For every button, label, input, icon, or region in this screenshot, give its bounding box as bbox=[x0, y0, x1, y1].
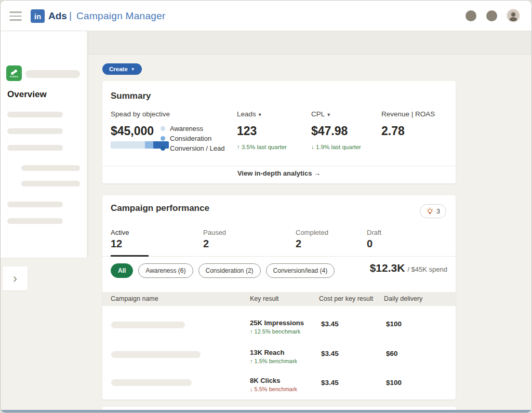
create-button[interactable]: Create ▼ bbox=[102, 63, 142, 75]
filter-all-button[interactable]: All bbox=[111, 263, 133, 278]
spend-value: $45,000 bbox=[111, 124, 154, 138]
person-silhouette-icon bbox=[508, 11, 518, 21]
cpl-label: CPL bbox=[311, 110, 325, 118]
summary-divider bbox=[102, 166, 456, 166]
summary-card: Summary Spead by objective $45,000 Aware… bbox=[102, 81, 456, 183]
tab-completed[interactable]: Completed 2 bbox=[296, 229, 328, 250]
main-top-strip bbox=[88, 31, 532, 55]
view-analytics-link[interactable]: View in-depth analytics → bbox=[102, 169, 456, 177]
cost-per-key-result-value: $3.45 bbox=[321, 320, 339, 328]
account-name-placeholder bbox=[25, 70, 80, 78]
hamburger-menu-icon[interactable] bbox=[9, 11, 22, 23]
insights-button[interactable]: 3 bbox=[420, 204, 446, 218]
create-button-label: Create bbox=[109, 66, 128, 72]
tab-draft-count: 0 bbox=[367, 238, 381, 250]
cpl-metric-dropdown[interactable]: CPL▼ bbox=[311, 110, 331, 118]
tab-paused[interactable]: Paused 2 bbox=[203, 229, 226, 250]
arrow-up-icon: ↑ bbox=[250, 328, 253, 335]
sidebar-item-placeholder bbox=[7, 128, 63, 134]
spend-current: $12.3K bbox=[370, 262, 405, 274]
benchmark-value: ↑ 12.5% benchmark bbox=[250, 328, 300, 335]
tab-completed-label: Completed bbox=[296, 229, 328, 236]
key-result-value: 8K Clicks bbox=[250, 377, 281, 384]
leads-delta-pct: 3.5% bbox=[242, 144, 255, 150]
col-daily-delivery: Daily delivery bbox=[384, 295, 422, 302]
cpl-delta-pct: 1.9% bbox=[316, 144, 329, 150]
active-tab-underline bbox=[111, 255, 149, 257]
filter-consideration-button[interactable]: Consideration (2) bbox=[198, 263, 261, 278]
header-action-icon[interactable] bbox=[486, 10, 497, 21]
linkedin-logo-icon[interactable]: in bbox=[31, 9, 45, 23]
cost-per-key-result-value: $3.45 bbox=[321, 379, 339, 387]
col-campaign-name: Campaign name bbox=[111, 295, 158, 302]
ads-brand-label: Ads bbox=[48, 10, 67, 22]
summary-title: Summary bbox=[111, 91, 151, 101]
lightbulb-icon bbox=[426, 207, 434, 216]
spend-by-objective-label: Spead by objective bbox=[111, 110, 170, 118]
window-bottom-accent bbox=[1, 410, 531, 412]
cpl-value: $47.98 bbox=[311, 124, 348, 138]
tab-completed-count: 2 bbox=[296, 238, 328, 250]
col-key-result: Key result bbox=[250, 295, 279, 302]
app-title: Campaign Manager bbox=[76, 10, 166, 22]
benchmark-text: 5.5% benchmark bbox=[255, 386, 298, 392]
table-header: Campaign name Key result Cost per key re… bbox=[102, 292, 456, 306]
tab-draft-label: Draft bbox=[367, 229, 381, 236]
tab-active-label: Active bbox=[111, 229, 129, 236]
spend-total: / $45K spend bbox=[407, 265, 447, 273]
legend-item-awareness: Awareness bbox=[161, 124, 225, 134]
benchmark-value: ↑ 1.5% benchmark bbox=[250, 358, 297, 364]
campaign-performance-title: Campaign performance bbox=[111, 203, 209, 214]
sidebar-expand-button[interactable]: › bbox=[3, 267, 28, 290]
legend-item-consideration: Consideration bbox=[161, 134, 225, 143]
leads-delta-note: last quarter bbox=[257, 144, 287, 150]
left-sidebar: PLERIS Overview bbox=[1, 31, 87, 258]
arrow-up-icon: ↑ bbox=[250, 358, 253, 364]
campaign-name-placeholder bbox=[111, 379, 192, 386]
tab-active-count: 12 bbox=[111, 238, 129, 250]
spend-legend: Awareness Consideration Conversion / Lea… bbox=[161, 124, 225, 153]
sidebar-subitem-placeholder bbox=[21, 165, 80, 171]
leads-value: 123 bbox=[237, 124, 257, 138]
user-avatar[interactable] bbox=[507, 9, 520, 22]
arrow-up-icon: ↑ bbox=[237, 144, 240, 150]
brand-separator: | bbox=[69, 10, 72, 21]
legend-label: Conversion / Lead bbox=[170, 144, 225, 152]
key-result-value: 25K Impressions bbox=[250, 319, 304, 327]
benchmark-text: 12.5% benchmark bbox=[255, 328, 301, 335]
pleris-logo[interactable]: PLERIS bbox=[6, 65, 22, 81]
tab-active[interactable]: Active 12 bbox=[111, 229, 129, 250]
spend-summary: $12.3K / $45K spend bbox=[370, 262, 447, 274]
daily-delivery-value: $60 bbox=[386, 350, 398, 357]
insights-count: 3 bbox=[436, 208, 440, 215]
arrow-down-icon: ↓ bbox=[311, 144, 314, 150]
tabs-divider bbox=[102, 256, 456, 257]
pleris-logo-icon bbox=[10, 69, 18, 75]
col-cost-per-key-result: Cost per key result bbox=[319, 295, 373, 302]
daily-delivery-value: $100 bbox=[386, 320, 402, 328]
leads-metric-dropdown[interactable]: Leads▼ bbox=[237, 110, 262, 118]
pleris-logo-text: PLERIS bbox=[10, 76, 18, 78]
bar-segment-consideration bbox=[145, 141, 153, 149]
chevron-right-icon: › bbox=[13, 271, 17, 286]
legend-item-conversion: Conversion / Lead bbox=[161, 143, 225, 153]
leads-delta: ↑ 3.5% last quarter bbox=[237, 144, 287, 150]
legend-dot-conversion bbox=[161, 146, 165, 151]
chevron-down-icon: ▼ bbox=[258, 112, 262, 117]
sidebar-subitem-placeholder bbox=[21, 181, 80, 186]
cost-per-key-result-value: $3.45 bbox=[321, 350, 339, 357]
tab-paused-label: Paused bbox=[203, 229, 226, 236]
sidebar-item-overview[interactable]: Overview bbox=[7, 89, 47, 100]
chevron-down-icon: ▼ bbox=[131, 67, 135, 72]
revenue-roas-label: Revenue | ROAS bbox=[381, 110, 435, 118]
filter-conversion-button[interactable]: Conversion/lead (4) bbox=[266, 263, 335, 278]
benchmark-text: 1.5% benchmark bbox=[255, 358, 298, 364]
tab-draft[interactable]: Draft 0 bbox=[367, 229, 381, 250]
filter-awareness-button[interactable]: Awareness (6) bbox=[138, 263, 193, 278]
header-action-icon[interactable] bbox=[466, 10, 476, 21]
arrow-right-icon: → bbox=[314, 169, 321, 177]
revenue-roas-value: 2.78 bbox=[381, 124, 405, 138]
sidebar-item-placeholder bbox=[7, 145, 63, 151]
chevron-down-icon: ▼ bbox=[326, 112, 331, 117]
campaign-name-placeholder bbox=[111, 351, 201, 358]
